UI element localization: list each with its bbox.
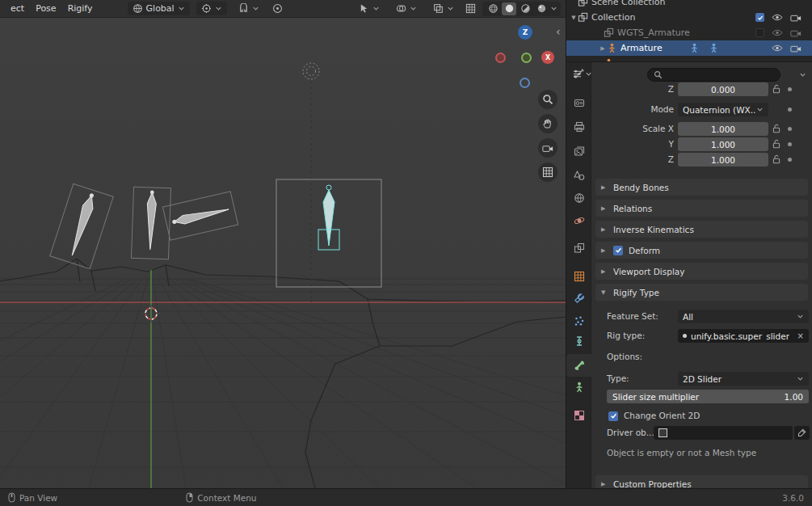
disclosure-collapsed-icon[interactable]: ▶ <box>599 45 607 52</box>
bone-widget-3[interactable] <box>162 192 238 240</box>
tab-collection[interactable] <box>566 237 591 259</box>
outliner-row-armature-selected[interactable]: ▶ Armature <box>566 40 812 56</box>
panel-viewport-display[interactable]: ▶ Viewport Display <box>595 263 808 280</box>
tab-texture[interactable] <box>566 404 591 427</box>
tab-view-layer[interactable] <box>566 140 591 162</box>
scale-x-field[interactable]: 1.000 <box>678 122 768 136</box>
root-widget-circle[interactable] <box>303 63 319 79</box>
move-view-button[interactable] <box>538 114 557 133</box>
tab-scene[interactable] <box>566 164 591 187</box>
bone-widget-2[interactable] <box>131 187 170 259</box>
3d-viewport[interactable]: Z X ‹ <box>0 18 566 488</box>
sidebar-collapse-arrow[interactable]: ‹ <box>556 26 561 37</box>
eye-icon[interactable] <box>772 13 783 22</box>
gizmo-y-axis[interactable] <box>521 53 532 63</box>
shading-rendered-button[interactable] <box>534 2 549 15</box>
eye-icon[interactable] <box>772 28 783 37</box>
pose-icon[interactable] <box>709 43 719 53</box>
rotation-z-field[interactable]: 0.000 <box>678 82 768 96</box>
lock-icon[interactable] <box>772 154 780 164</box>
lock-icon[interactable] <box>772 139 780 149</box>
pivot-point-dropdown[interactable] <box>196 2 227 15</box>
animate-dot-icon[interactable] <box>788 142 792 146</box>
camera-visibility-icon[interactable] <box>790 44 801 53</box>
gizmo-z-label: Z <box>523 28 528 36</box>
animate-dot-icon[interactable] <box>788 158 792 162</box>
ortho-toggle-button[interactable] <box>538 162 557 182</box>
tab-output[interactable] <box>566 116 591 138</box>
search-input[interactable] <box>667 70 764 80</box>
shading-solid-button[interactable] <box>502 2 516 15</box>
selected-bone-widget[interactable] <box>276 179 381 287</box>
menu-pose[interactable]: Pose <box>30 3 61 14</box>
tab-constraints[interactable] <box>566 330 591 352</box>
tab-world[interactable] <box>566 187 591 209</box>
slider-type-dropdown[interactable]: 2D Slider <box>678 372 809 386</box>
menu-object[interactable]: ect <box>5 3 30 14</box>
outliner-row-scene-collection[interactable]: Scene Collection <box>566 0 812 10</box>
scale-z-field[interactable]: 1.000 <box>678 153 768 167</box>
armature-data-icon[interactable] <box>689 43 700 53</box>
rotation-mode-dropdown[interactable]: Quaternion (WX... <box>678 103 768 116</box>
clear-rig-type-button[interactable]: × <box>797 331 804 340</box>
animate-dot-icon[interactable] <box>788 87 792 91</box>
panel-custom-properties[interactable]: ▶ Custom Properties <box>595 475 808 488</box>
lock-icon[interactable] <box>772 84 780 94</box>
panel-bendy-bones[interactable]: ▶ Bendy Bones <box>595 179 808 196</box>
slider-size-multiplier-field[interactable]: Slider size multiplier 1.00 <box>607 390 809 403</box>
collection-checkbox[interactable] <box>755 13 764 22</box>
tab-data[interactable] <box>566 376 591 398</box>
change-orient-checkbox[interactable] <box>608 411 618 421</box>
editor-type-button[interactable] <box>570 67 595 80</box>
driver-object-field[interactable] <box>654 426 793 440</box>
camera-view-button[interactable] <box>538 138 557 158</box>
filter-chevron-icon[interactable] <box>799 71 806 78</box>
animate-dot-icon[interactable] <box>788 108 792 112</box>
tab-particles[interactable] <box>566 310 591 332</box>
outliner-row-partial[interactable] <box>566 56 812 61</box>
panel-rigify-type[interactable]: ▼ Rigify Type <box>595 284 808 301</box>
compositor-grid-icon[interactable] <box>465 3 476 14</box>
snap-controls[interactable] <box>234 2 264 15</box>
xray-toggle[interactable] <box>428 2 459 15</box>
gizmo-x-axis[interactable]: X <box>541 51 554 64</box>
tab-render[interactable] <box>566 91 591 114</box>
camera-visibility-icon[interactable] <box>790 13 801 22</box>
shading-material-button[interactable] <box>518 2 532 15</box>
eyedropper-button[interactable] <box>794 426 810 440</box>
panel-deform[interactable]: ▶ Deform <box>595 242 808 259</box>
bone-widget-1[interactable] <box>50 183 114 268</box>
eye-icon[interactable] <box>772 44 783 53</box>
transform-orientation-dropdown[interactable]: Global <box>128 2 190 15</box>
lock-icon[interactable] <box>772 124 780 133</box>
outliner-row-collection[interactable]: ▼ Collection <box>566 10 812 25</box>
camera-visibility-icon[interactable] <box>790 28 801 37</box>
collection-checkbox-unchecked[interactable] <box>755 28 764 37</box>
chevron-down-icon <box>447 5 454 12</box>
deform-checkbox[interactable] <box>613 246 623 255</box>
rig-type-field[interactable]: unify.basic.super_slider × <box>678 329 809 343</box>
gizmo-neg-x-axis[interactable] <box>495 53 506 63</box>
panel-label: Bendy Bones <box>613 183 669 192</box>
scale-y-field[interactable]: 1.000 <box>678 137 768 151</box>
panel-inverse-kinematics[interactable]: ▶ Inverse Kinematics <box>595 221 808 238</box>
shading-mode-group <box>482 2 561 16</box>
proportional-editing-toggle[interactable] <box>267 2 288 15</box>
overlays-dropdown[interactable] <box>391 2 422 15</box>
gizmo-neg-z-axis[interactable] <box>520 78 530 88</box>
tab-bone-active[interactable] <box>566 354 591 377</box>
shading-wireframe-button[interactable] <box>486 2 500 15</box>
zoom-button[interactable] <box>538 90 557 109</box>
gizmo-z-axis[interactable]: Z <box>518 25 532 40</box>
panel-relations[interactable]: ▶ Relations <box>595 200 808 217</box>
tab-modifiers[interactable] <box>566 287 591 310</box>
feature-set-dropdown[interactable]: All <box>678 310 809 323</box>
tab-object[interactable] <box>566 265 591 288</box>
gizmo-dropdown[interactable] <box>354 2 385 15</box>
properties-search[interactable] <box>647 68 780 82</box>
animate-dot-icon[interactable] <box>788 127 792 131</box>
outliner-row-wgts-armature[interactable]: WGTS_Armature <box>566 25 812 40</box>
tab-physics[interactable] <box>566 209 591 232</box>
disclosure-expanded-icon[interactable]: ▼ <box>570 15 578 21</box>
menu-rigify[interactable]: Rigify <box>62 3 99 14</box>
